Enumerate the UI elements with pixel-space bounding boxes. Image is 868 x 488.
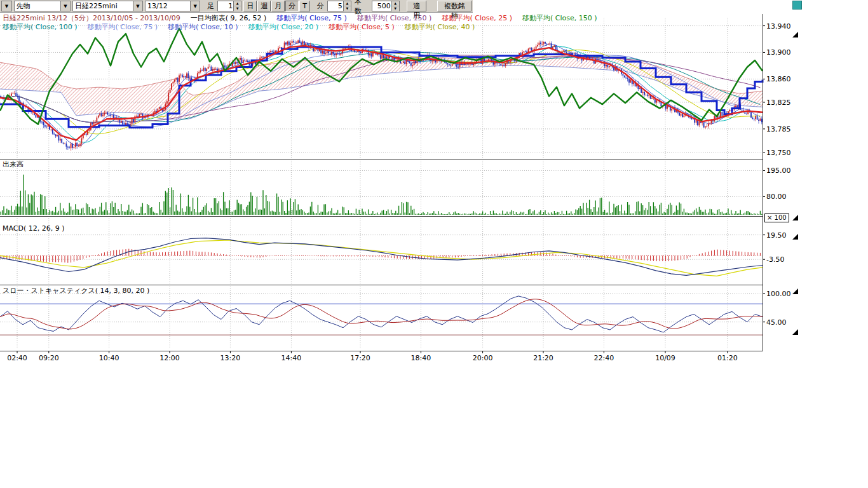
period-button-T[interactable]: T xyxy=(299,1,310,11)
toolbar: ▼ 先物 ▼ 日経225mini ▼ 13/12 ▼ 足 ▲▼ 日週月分T 分 … xyxy=(0,0,473,13)
svg-text:17:20: 17:20 xyxy=(350,354,370,362)
svg-text:13,940: 13,940 xyxy=(766,22,791,30)
category-value: 先物 xyxy=(15,1,60,11)
symbol-select[interactable]: 日経225mini ▼ xyxy=(72,1,143,11)
svg-text:45.00: 45.00 xyxy=(766,318,787,327)
count-stepper[interactable]: ▲▼ xyxy=(372,1,400,11)
svg-text:10:40: 10:40 xyxy=(99,354,119,362)
chevron-down-icon: ▼ xyxy=(190,1,200,11)
legend-item: 移動平均( Close, 75 ) xyxy=(88,23,158,31)
legend-item: 移動平均( Close, 75 ) xyxy=(276,14,347,22)
minute-label: 分 xyxy=(317,1,324,11)
spinner-arrows-icon[interactable]: ▲▼ xyxy=(233,1,241,11)
symbol-value: 日経225mini xyxy=(73,1,133,11)
svg-text:14:40: 14:40 xyxy=(281,354,302,362)
bar-label: 足 xyxy=(207,1,214,11)
svg-text:10/09: 10/09 xyxy=(655,354,675,362)
legend-row-1: 日経225mini 13/12（5分）2013/10/05 - 2013/10/… xyxy=(3,14,607,23)
svg-text:13,900: 13,900 xyxy=(766,48,791,57)
svg-text:20:00: 20:00 xyxy=(473,354,493,362)
svg-text:13:20: 13:20 xyxy=(220,354,241,362)
trading-app-window: 02:4009:2010:4012:0013:2014:4017:2018:40… xyxy=(0,0,868,488)
spinner-arrows-icon[interactable]: ▲▼ xyxy=(391,1,399,11)
svg-text:22:40: 22:40 xyxy=(594,354,614,362)
legend-row-2: 移動平均( Close, 100 )移動平均( Close, 75 )移動平均(… xyxy=(3,23,607,32)
legend-item: 移動平均( Close, 20 ) xyxy=(248,23,319,31)
count-label: 本数 xyxy=(355,0,369,16)
chevron-down-icon: ▼ xyxy=(60,1,70,11)
svg-text:02:40: 02:40 xyxy=(7,354,27,362)
svg-text:100.00: 100.00 xyxy=(766,290,791,298)
volume-multiplier-badge: × 100 xyxy=(764,214,789,222)
mini-dropdown[interactable]: ▼ xyxy=(1,1,12,11)
legend-item: 移動平均( Close, 10 ) xyxy=(168,23,238,31)
svg-text:80.00: 80.00 xyxy=(766,193,787,201)
scrollbar-thumb[interactable] xyxy=(792,1,802,10)
apply-button[interactable]: 適用 xyxy=(407,1,427,11)
period-button-月[interactable]: 月 xyxy=(271,1,285,11)
legend-item: 移動平均( Close, 40 ) xyxy=(405,23,475,31)
chart-legend: 日経225mini 13/12（5分）2013/10/05 - 2013/10/… xyxy=(3,14,607,32)
legend-item: 移動平均( Close, 150 ) xyxy=(522,14,597,22)
axis-resize-handles[interactable] xyxy=(792,32,798,335)
spinner-arrows-icon[interactable]: ▲▼ xyxy=(343,1,351,11)
stoch-k-line xyxy=(0,296,763,332)
svg-text:195.00: 195.00 xyxy=(766,166,791,175)
contract-select[interactable]: 13/12 ▼ xyxy=(145,1,200,11)
bar-count-input[interactable] xyxy=(218,1,233,11)
volume-bars xyxy=(1,175,762,215)
multi-symbol-button[interactable]: 複数銘柄 xyxy=(437,1,471,11)
period-button-group: 日週月分T xyxy=(243,1,310,11)
chevron-down-icon: ▼ xyxy=(133,1,142,11)
svg-text:-3.50: -3.50 xyxy=(766,255,784,264)
volume-panel-label: 出来高 xyxy=(3,159,24,169)
macd-panel-label: MACD( 12, 26, 9 ) xyxy=(3,224,65,233)
svg-text:13,825: 13,825 xyxy=(766,98,791,107)
period-button-分[interactable]: 分 xyxy=(285,1,299,11)
minute-input[interactable] xyxy=(328,1,343,11)
svg-text:18:40: 18:40 xyxy=(411,354,431,362)
category-select[interactable]: 先物 ▼ xyxy=(14,1,71,11)
minute-stepper[interactable]: ▲▼ xyxy=(327,1,351,11)
svg-text:01:20: 01:20 xyxy=(717,354,738,362)
svg-text:12:00: 12:00 xyxy=(159,354,180,362)
svg-text:19.50: 19.50 xyxy=(766,231,787,240)
svg-text:13,785: 13,785 xyxy=(766,125,791,133)
svg-text:13,860: 13,860 xyxy=(766,75,791,83)
chart-area[interactable]: 02:4009:2010:4012:0013:2014:4017:2018:40… xyxy=(0,0,868,372)
svg-text:21:20: 21:20 xyxy=(533,354,553,362)
time-axis-labels: 02:4009:2010:4012:0013:2014:4017:2018:40… xyxy=(7,351,738,362)
price-axis-labels: 13,94013,90013,86013,82513,78513,750195.… xyxy=(763,22,791,327)
legend-item: 移動平均( Close, 100 ) xyxy=(3,23,78,31)
legend-item: 一目均衡表( 9, 26, 52 ) xyxy=(191,14,267,22)
svg-text:09:20: 09:20 xyxy=(39,354,59,362)
bar-count-stepper[interactable]: ▲▼ xyxy=(217,1,241,11)
svg-text:13,750: 13,750 xyxy=(766,149,791,157)
kijun-line xyxy=(0,47,763,128)
legend-item: 移動平均( Close, 5 ) xyxy=(329,23,395,31)
stoch-panel-label: スロー・ストキャスティクス( 14, 3, 80, 20 ) xyxy=(3,286,149,295)
contract-value: 13/12 xyxy=(146,2,190,10)
count-input[interactable] xyxy=(372,1,391,11)
chevron-down-icon: ▼ xyxy=(2,1,11,11)
period-button-週[interactable]: 週 xyxy=(257,1,271,11)
period-button-日[interactable]: 日 xyxy=(243,1,257,11)
legend-item: 日経225mini 13/12（5分）2013/10/05 - 2013/10/… xyxy=(3,14,180,22)
